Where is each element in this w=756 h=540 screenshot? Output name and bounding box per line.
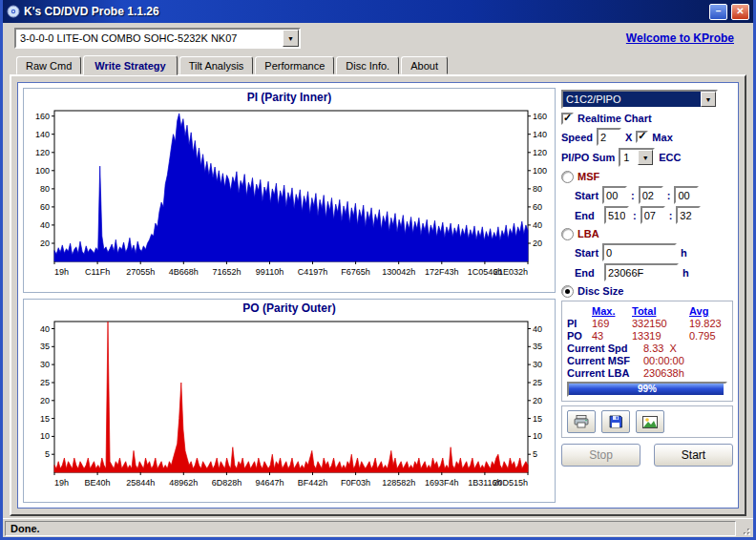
tab-tilt-analysis[interactable]: Tilt Analysis bbox=[179, 56, 254, 74]
lba-radio-label: LBA bbox=[578, 228, 599, 239]
welcome-link[interactable]: Welcome to KProbe bbox=[626, 31, 734, 45]
svg-text:1693F4h: 1693F4h bbox=[425, 478, 459, 488]
tab-disc-info[interactable]: Disc Info. bbox=[336, 56, 399, 74]
svg-text:C11Fh: C11Fh bbox=[85, 267, 110, 277]
msf-end-min-input[interactable] bbox=[604, 206, 629, 224]
close-icon[interactable]: ✕ bbox=[731, 4, 749, 20]
lba-end-unit: h bbox=[682, 267, 689, 279]
progress-bar: 99% bbox=[567, 382, 727, 397]
msf-separator: : bbox=[667, 190, 671, 201]
stats-pi-label: PI bbox=[567, 318, 588, 329]
stats-po-label: PO bbox=[567, 330, 588, 342]
svg-text:100: 100 bbox=[533, 166, 547, 176]
svg-text:19h: 19h bbox=[54, 267, 69, 277]
save-chart-image-button[interactable] bbox=[636, 410, 664, 433]
svg-text:80: 80 bbox=[40, 184, 50, 194]
svg-text:48962h: 48962h bbox=[169, 478, 198, 488]
svg-text:140: 140 bbox=[35, 130, 50, 139]
svg-text:60: 60 bbox=[533, 202, 542, 212]
msf-separator: : bbox=[631, 190, 635, 201]
svg-text:120: 120 bbox=[35, 148, 50, 157]
disc-size-radio[interactable] bbox=[561, 285, 574, 298]
current-speed-label: Current Spd bbox=[567, 343, 643, 354]
pipo-sum-select[interactable]: 1 ▼ bbox=[619, 148, 655, 167]
printer-icon bbox=[574, 415, 589, 428]
tab-about[interactable]: About bbox=[401, 56, 448, 74]
svg-text:60: 60 bbox=[40, 202, 50, 212]
lba-end-input[interactable] bbox=[604, 263, 679, 281]
tab-write-strategy[interactable]: Write Strategy bbox=[83, 55, 177, 75]
mode-select[interactable]: C1C2/PIPO ▼ bbox=[561, 90, 718, 109]
msf-start-min-input[interactable] bbox=[602, 186, 627, 204]
svg-text:40: 40 bbox=[40, 220, 50, 230]
svg-text:130042h: 130042h bbox=[382, 267, 415, 277]
resize-grip-icon[interactable] bbox=[738, 521, 751, 536]
svg-text:94647h: 94647h bbox=[255, 478, 284, 488]
chevron-down-icon[interactable]: ▼ bbox=[283, 30, 299, 47]
pi-chart: 2020404060608080100100120120140140160160… bbox=[26, 105, 553, 280]
app-icon bbox=[7, 5, 20, 18]
msf-end-frame-input[interactable] bbox=[676, 206, 701, 224]
status-text: Done. bbox=[5, 521, 736, 536]
svg-text:10: 10 bbox=[40, 431, 50, 441]
msf-separator: : bbox=[633, 210, 637, 221]
action-icons-panel bbox=[561, 405, 733, 438]
max-speed-checkbox[interactable] bbox=[636, 131, 648, 143]
print-button[interactable] bbox=[567, 410, 596, 433]
current-speed-value: 8.33 X bbox=[643, 343, 677, 354]
stats-po-total: 13319 bbox=[632, 330, 685, 342]
msf-radio-label: MSF bbox=[578, 171, 599, 182]
current-msf-label: Current MSF bbox=[567, 355, 643, 366]
save-button[interactable] bbox=[601, 410, 630, 433]
tab-performance[interactable]: Performance bbox=[255, 56, 334, 74]
lba-end-label: End bbox=[575, 267, 600, 279]
svg-text:80: 80 bbox=[533, 184, 542, 194]
current-lba-value: 230638h bbox=[643, 367, 684, 379]
max-speed-label: Max bbox=[652, 132, 672, 143]
minimize-icon[interactable]: – bbox=[709, 4, 727, 20]
stop-button[interactable]: Stop bbox=[561, 444, 640, 467]
disc-size-radio-label: Disc Size bbox=[578, 285, 623, 297]
speed-input[interactable] bbox=[597, 128, 621, 146]
po-chart: 55101015152020252530303535404019hBE40h25… bbox=[26, 316, 553, 491]
ecc-label: ECC bbox=[659, 152, 681, 163]
status-bar: Done. bbox=[3, 518, 753, 537]
svg-text:4B668h: 4B668h bbox=[169, 267, 199, 277]
window-title: K's CD/DVD Probe 1.1.26 bbox=[24, 5, 705, 18]
pipo-sum-value: 1 bbox=[620, 150, 638, 165]
svg-text:35: 35 bbox=[533, 342, 542, 351]
stats-header-max: Max. bbox=[592, 305, 628, 317]
mode-select-value: C1C2/PIPO bbox=[563, 92, 701, 107]
svg-text:F0F03h: F0F03h bbox=[341, 478, 370, 488]
chevron-down-icon[interactable]: ▼ bbox=[638, 150, 653, 165]
svg-text:25: 25 bbox=[40, 378, 50, 387]
realtime-chart-checkbox[interactable] bbox=[561, 113, 574, 125]
msf-start-sec-input[interactable] bbox=[639, 186, 663, 204]
svg-text:100: 100 bbox=[35, 166, 50, 176]
pi-chart-title: PI (Parity Inner) bbox=[247, 91, 332, 105]
svg-text:30: 30 bbox=[40, 360, 50, 369]
svg-text:15: 15 bbox=[533, 413, 542, 423]
content-area: PI (Parity Inner) 2020404060608080100100… bbox=[17, 82, 739, 509]
msf-radio[interactable] bbox=[561, 171, 574, 183]
svg-text:71652h: 71652h bbox=[212, 267, 241, 277]
svg-text:C4197h: C4197h bbox=[298, 267, 328, 277]
tab-raw-cmd[interactable]: Raw Cmd bbox=[16, 56, 81, 74]
svg-text:BF442h: BF442h bbox=[298, 478, 328, 488]
lba-start-input[interactable] bbox=[602, 243, 677, 261]
msf-start-label: Start bbox=[575, 190, 598, 201]
msf-end-sec-input[interactable] bbox=[640, 206, 665, 224]
svg-text:40: 40 bbox=[533, 323, 542, 333]
svg-text:19h: 19h bbox=[54, 478, 69, 488]
svg-text:120: 120 bbox=[533, 148, 547, 157]
msf-start-frame-input[interactable] bbox=[674, 186, 699, 204]
svg-text:40: 40 bbox=[533, 220, 542, 230]
drive-select[interactable]: 3-0-0-0 LITE-ON COMBO SOHC-5232K NK07 ▼ bbox=[14, 28, 301, 49]
svg-text:172F43h: 172F43h bbox=[425, 267, 459, 277]
stats-panel: Max. Total Avg PI 169 332150 19.823 PO 4… bbox=[561, 301, 733, 402]
start-button[interactable]: Start bbox=[654, 444, 733, 467]
lba-radio[interactable] bbox=[561, 228, 574, 240]
pi-chart-panel: PI (Parity Inner) 2020404060608080100100… bbox=[23, 88, 556, 293]
svg-text:20: 20 bbox=[533, 395, 542, 405]
chevron-down-icon[interactable]: ▼ bbox=[701, 92, 716, 107]
